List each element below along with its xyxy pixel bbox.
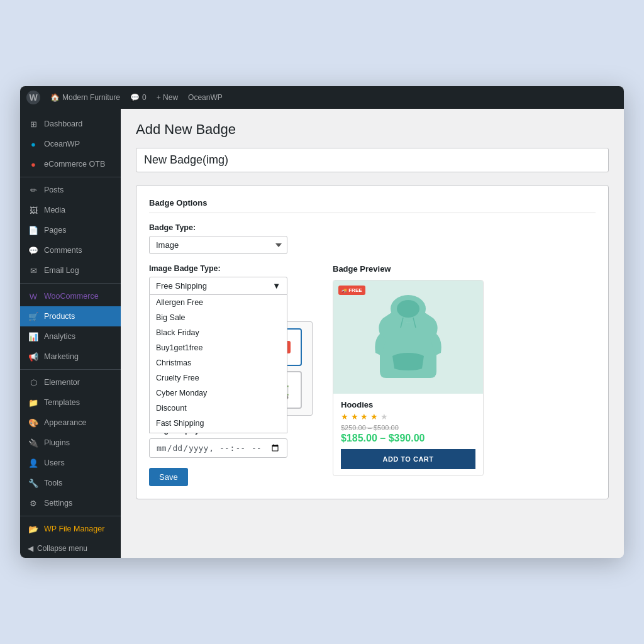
- dropdown-option[interactable]: Cruelty Free: [150, 370, 287, 386]
- dashboard-icon: ⊞: [28, 118, 39, 130]
- content-area: Add New Badge Badge Options Badge Type: …: [121, 109, 624, 558]
- media-icon: 🖼: [28, 204, 39, 216]
- sidebar-item-appearance[interactable]: 🎨 Appearance: [20, 413, 121, 433]
- product-name: Hoodies: [341, 400, 475, 409]
- settings-icon: ⚙: [28, 497, 39, 509]
- page-title: Add New Badge: [136, 121, 609, 138]
- star-4: ★: [370, 412, 378, 421]
- product-new-price: $185.00 – $390.00: [341, 433, 475, 444]
- dropdown-option[interactable]: Discount: [150, 401, 287, 416]
- products-icon: 🛒: [28, 311, 39, 322]
- product-info: Hoodies ★ ★ ★ ★ ★ $250.00 – $500.00: [333, 394, 483, 475]
- main-card: Badge Options Badge Type: Text Image Cus…: [136, 185, 609, 499]
- star-2: ★: [351, 412, 358, 421]
- sidebar-item-templates[interactable]: 📁 Templates: [20, 392, 121, 413]
- posts-icon: ✏: [28, 184, 39, 196]
- star-1: ★: [341, 412, 348, 421]
- analytics-icon: 📊: [28, 331, 39, 342]
- plugins-icon: 🔌: [28, 437, 39, 448]
- sidebar-item-analytics[interactable]: 📊 Analytics: [20, 326, 121, 347]
- badge-type-label: Badge Type:: [149, 223, 596, 232]
- dropdown-option[interactable]: Christmas: [150, 355, 287, 370]
- product-badge: 🚚 FREE: [338, 286, 365, 295]
- sidebar-item-products[interactable]: 🛒 Products: [20, 306, 121, 326]
- dropdown-header[interactable]: Free Shipping ▼: [149, 277, 287, 295]
- marketing-icon: 📢: [28, 351, 39, 362]
- wp-file-manager-icon: 📂: [28, 523, 39, 535]
- dropdown-option[interactable]: Fast Shipping: [150, 416, 287, 431]
- admin-bar: W 🏠 Modern Furniture 💬 0 + New OceanWP: [20, 86, 624, 109]
- image-badge-type-dropdown[interactable]: Free Shipping ▼ Allergen FreeBig SaleBla…: [149, 277, 287, 295]
- save-button-area: Save: [149, 468, 313, 486]
- templates-icon: 📁: [28, 397, 39, 408]
- product-old-price: $250.00 – $500.00: [341, 424, 475, 431]
- pages-icon: 📄: [28, 225, 39, 236]
- badge-preview-section: Badge Preview 🚚 FREE: [333, 264, 484, 476]
- svg-point-1: [397, 300, 419, 318]
- tools-icon: 🔧: [28, 477, 39, 489]
- add-to-cart-button[interactable]: ADD TO CART: [341, 449, 475, 469]
- product-card: 🚚 FREE: [333, 280, 484, 476]
- sidebar-item-dashboard[interactable]: ⊞ Dashboard: [20, 114, 121, 134]
- expiry-input[interactable]: [149, 438, 287, 458]
- admin-bar-home[interactable]: 🏠 Modern Furniture: [50, 93, 120, 102]
- two-col-form: Image Badge Type: Free Shipping ▼ Allerg…: [149, 264, 596, 486]
- product-image-wrap: 🚚 FREE: [333, 280, 483, 394]
- admin-bar-new[interactable]: + New: [157, 93, 178, 102]
- oceanwp-icon: ●: [28, 138, 39, 150]
- elementor-icon: ⬡: [28, 377, 39, 388]
- users-icon: 👤: [28, 457, 39, 469]
- sidebar-item-users[interactable]: 👤 Users: [20, 453, 121, 473]
- badge-preview-title: Badge Preview: [333, 264, 484, 274]
- sidebar-item-pages[interactable]: 📄 Pages: [20, 220, 121, 240]
- hoodie-image: [370, 290, 446, 384]
- badge-type-row: Badge Type: Text Image Custom: [149, 223, 596, 254]
- collapse-menu[interactable]: ◀ Collapse menu: [20, 539, 121, 558]
- admin-bar-comments[interactable]: 💬 0: [130, 93, 147, 102]
- sidebar-item-ecommerce-otb[interactable]: ● eCommerce OTB: [20, 154, 121, 174]
- dropdown-option[interactable]: Big Sale: [150, 310, 287, 325]
- star-3: ★: [360, 412, 368, 421]
- product-stars: ★ ★ ★ ★ ★: [341, 412, 475, 421]
- dropdown-selected-value: Free Shipping: [156, 281, 207, 291]
- sidebar-item-marketing[interactable]: 📢 Marketing: [20, 347, 121, 367]
- sidebar-item-tools[interactable]: 🔧 Tools: [20, 473, 121, 493]
- sidebar: ⊞ Dashboard ● OceanWP ● eCommerce OTB ✏ …: [20, 109, 121, 558]
- badge-name-input[interactable]: [136, 148, 609, 172]
- sidebar-item-woocommerce[interactable]: W WooCommerce: [20, 286, 121, 306]
- left-col: Image Badge Type: Free Shipping ▼ Allerg…: [149, 264, 313, 486]
- sidebar-item-email-log[interactable]: ✉ Email Log: [20, 260, 121, 280]
- email-log-icon: ✉: [28, 265, 39, 276]
- sidebar-item-posts[interactable]: ✏ Posts: [20, 180, 121, 200]
- sidebar-item-plugins[interactable]: 🔌 Plugins: [20, 433, 121, 453]
- sidebar-item-elementor[interactable]: ⬡ Elementor: [20, 372, 121, 392]
- appearance-icon: 🎨: [28, 417, 39, 428]
- dropdown-option[interactable]: Allergen Free: [150, 295, 287, 310]
- sidebar-item-comments[interactable]: 💬 Comments: [20, 240, 121, 260]
- woocommerce-icon: W: [28, 291, 39, 302]
- admin-bar-theme[interactable]: OceanWP: [188, 93, 223, 102]
- star-5: ★: [380, 412, 388, 421]
- badge-type-select[interactable]: Text Image Custom: [149, 236, 287, 254]
- save-button[interactable]: Save: [149, 468, 188, 486]
- dropdown-list[interactable]: Allergen FreeBig SaleBlack FridayBuy1get…: [149, 295, 287, 433]
- sidebar-item-oceanwp[interactable]: ● OceanWP: [20, 134, 121, 154]
- image-badge-type-row: Image Badge Type: Free Shipping ▼ Allerg…: [149, 264, 313, 295]
- ecommerce-otb-icon: ●: [28, 158, 39, 170]
- chevron-down-icon: ▼: [272, 281, 280, 291]
- dropdown-option[interactable]: Fathers Day: [150, 431, 287, 433]
- badge-truck-small: 🚚: [341, 288, 347, 292]
- wp-logo-icon[interactable]: W: [26, 91, 40, 104]
- sidebar-item-media[interactable]: 🖼 Media: [20, 200, 121, 220]
- sidebar-item-settings[interactable]: ⚙ Settings: [20, 493, 121, 513]
- dropdown-option[interactable]: Cyber Monday: [150, 386, 287, 401]
- sidebar-item-wp-file-manager[interactable]: 📂 WP File Manager: [20, 519, 121, 539]
- dropdown-option[interactable]: Buy1get1free: [150, 340, 287, 355]
- dropdown-option[interactable]: Black Friday: [150, 325, 287, 340]
- image-badge-type-label: Image Badge Type:: [149, 264, 313, 273]
- comments-icon: 💬: [28, 245, 39, 256]
- section-title: Badge Options: [149, 198, 596, 213]
